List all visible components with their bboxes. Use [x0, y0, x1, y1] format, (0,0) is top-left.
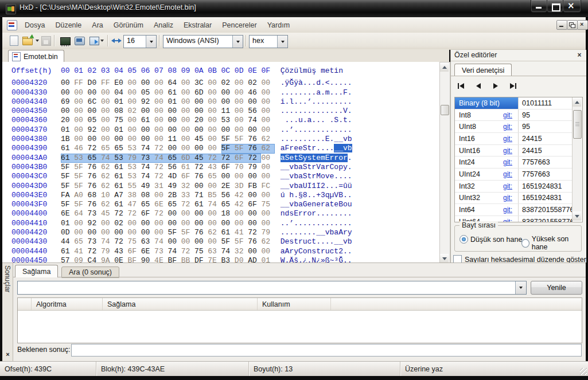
hex-byte-cell[interactable]: 5F: [74, 182, 87, 191]
hex-byte-cell[interactable]: 00: [181, 97, 194, 107]
hex-byte-cell[interactable]: 75: [261, 200, 274, 209]
hex-byte-cell[interactable]: 73: [154, 247, 168, 256]
hex-byte-cell[interactable]: 08: [114, 107, 127, 116]
hex-byte-cell[interactable]: 00: [235, 172, 248, 181]
hex-byte-cell[interactable]: 20: [61, 116, 74, 125]
hex-byte-cell[interactable]: 00: [127, 135, 141, 144]
bytes-per-row-select[interactable]: 16: [123, 35, 157, 48]
hex-byte-cell[interactable]: 00: [208, 107, 221, 116]
decoded-text-cell[interactable]: Destruct....__vb: [281, 237, 352, 246]
hex-byte-cell[interactable]: 49: [141, 182, 154, 191]
hex-scrollbar[interactable]: [439, 62, 450, 264]
hex-byte-cell[interactable]: 5F: [221, 237, 235, 246]
hex-byte-cell[interactable]: 00: [248, 172, 261, 181]
hex-editor[interactable]: Offset(h) 000102030405060708090A0B0C0D0E…: [2, 62, 439, 263]
hex-byte-cell[interactable]: 00: [74, 219, 87, 228]
hex-byte-cell[interactable]: 00: [101, 126, 114, 135]
hex-byte-cell[interactable]: 65: [74, 237, 87, 246]
menu-item-ekstralar[interactable]: Ekstralar: [178, 21, 217, 29]
hex-byte-cell[interactable]: 64: [168, 79, 181, 88]
hex-byte-cell[interactable]: 76: [88, 182, 101, 191]
hex-byte-cell[interactable]: 05: [88, 116, 101, 125]
inspector-value[interactable]: 24415: [519, 133, 573, 144]
hex-byte-cell[interactable]: 00: [261, 191, 274, 200]
hex-byte-cell[interactable]: 76: [88, 200, 101, 209]
hex-byte-cell[interactable]: 00: [248, 97, 261, 107]
menu-item-pencereler[interactable]: Pencereler: [217, 21, 262, 29]
hex-byte-cell[interactable]: 4D: [168, 172, 181, 181]
hex-byte-cell[interactable]: BF: [168, 256, 181, 263]
hex-byte-cell[interactable]: 43: [114, 247, 127, 256]
hex-byte-cell[interactable]: 6F: [181, 172, 194, 181]
hex-byte-cell[interactable]: 00: [141, 107, 154, 116]
hex-byte-cell[interactable]: 61: [114, 163, 127, 172]
inspector-value[interactable]: 83872015587762747: [519, 204, 573, 216]
hex-byte-cell[interactable]: 62: [101, 163, 114, 172]
hex-byte-cell[interactable]: 43: [208, 163, 221, 172]
hex-byte-cell[interactable]: 00: [74, 107, 87, 116]
hex-byte-cell[interactable]: DF: [194, 256, 208, 263]
hex-byte-cell[interactable]: 00: [127, 126, 141, 135]
hex-byte-cell[interactable]: 00: [61, 88, 74, 97]
goto-link[interactable]: git:: [503, 170, 518, 178]
results-col-header[interactable]: Sağlama: [103, 298, 258, 310]
goto-link[interactable]: git:: [503, 182, 518, 190]
hex-byte-cell[interactable]: FB: [248, 182, 261, 191]
hex-byte-cell[interactable]: 75: [127, 237, 141, 246]
hex-byte-cell[interactable]: 72: [88, 247, 101, 256]
hex-byte-cell[interactable]: 04: [114, 88, 127, 97]
hex-byte-cell[interactable]: 62: [261, 237, 274, 246]
goto-link[interactable]: git:: [503, 135, 518, 143]
hex-byte-cell[interactable]: 5F: [181, 228, 194, 237]
hex-byte-cell[interactable]: 73: [88, 237, 101, 246]
hex-byte-cell[interactable]: 32: [235, 247, 248, 256]
hex-byte-cell[interactable]: 61: [221, 228, 235, 237]
hex-byte-cell[interactable]: 6E: [61, 209, 74, 218]
hex-byte-cell[interactable]: 00: [154, 88, 168, 97]
previous-item-icon[interactable]: [473, 81, 484, 91]
encoding-select[interactable]: Windows (ANSI): [163, 35, 243, 48]
hex-byte-cell[interactable]: 00: [235, 88, 248, 97]
inspector-value[interactable]: 95: [519, 121, 573, 132]
hex-byte-cell[interactable]: 00: [181, 79, 194, 88]
hex-byte-cell[interactable]: 00: [101, 219, 114, 228]
hex-byte-cell[interactable]: 72: [194, 163, 208, 172]
hex-byte-cell[interactable]: 42: [235, 200, 248, 209]
hex-byte-cell[interactable]: 74: [208, 200, 221, 209]
hex-byte-cell[interactable]: D0: [88, 79, 101, 88]
inspector-value[interactable]: 7757663: [519, 156, 573, 168]
tab-emotet-bin[interactable]: Emotet.bin: [8, 50, 64, 62]
hex-byte-cell[interactable]: 00: [235, 209, 248, 218]
refresh-button[interactable]: Yenile: [531, 281, 582, 295]
decoded-text-cell[interactable]: aAryConstruct2..: [281, 247, 352, 256]
new-file-icon[interactable]: [8, 35, 20, 46]
hex-byte-cell[interactable]: 72: [88, 144, 101, 153]
hex-byte-cell[interactable]: 00: [221, 219, 235, 228]
hex-byte-cell[interactable]: 00: [261, 79, 274, 88]
hex-byte-cell[interactable]: 10: [101, 191, 114, 200]
hex-byte-cell[interactable]: 65: [221, 200, 235, 209]
hex-byte-cell[interactable]: 00: [168, 237, 181, 246]
hex-byte-cell[interactable]: 00: [181, 219, 194, 228]
hex-byte-cell[interactable]: 00: [248, 209, 261, 218]
decoded-text-cell[interactable]: .ÿĞÿà...d.<.....: [281, 79, 352, 88]
hex-byte-cell[interactable]: 00: [141, 126, 154, 135]
goto-link[interactable]: git:: [503, 206, 518, 214]
hex-byte-cell[interactable]: 68: [88, 191, 101, 200]
hex-byte-cell[interactable]: 61: [61, 144, 74, 153]
hex-byte-cell[interactable]: 00: [154, 116, 168, 125]
hex-byte-cell[interactable]: 65: [208, 172, 221, 181]
hex-byte-cell[interactable]: 6F: [221, 163, 235, 172]
hex-byte-cell[interactable]: 61: [61, 247, 74, 256]
hex-byte-cell[interactable]: 92: [88, 219, 101, 228]
hex-byte-cell[interactable]: 42: [235, 191, 248, 200]
menu-item-yardım[interactable]: Yardım: [262, 21, 295, 29]
hex-byte-cell[interactable]: 00: [208, 116, 221, 125]
hex-byte-cell[interactable]: 6C: [88, 97, 101, 107]
hex-byte-cell[interactable]: 00: [127, 88, 141, 97]
hex-byte-cell[interactable]: 00: [101, 107, 114, 116]
disk-icon[interactable]: [73, 35, 85, 46]
hex-byte-cell[interactable]: 92: [88, 126, 101, 135]
hex-byte-cell[interactable]: 61: [181, 163, 194, 172]
inspector-value[interactable]: 1651924831: [519, 193, 573, 204]
